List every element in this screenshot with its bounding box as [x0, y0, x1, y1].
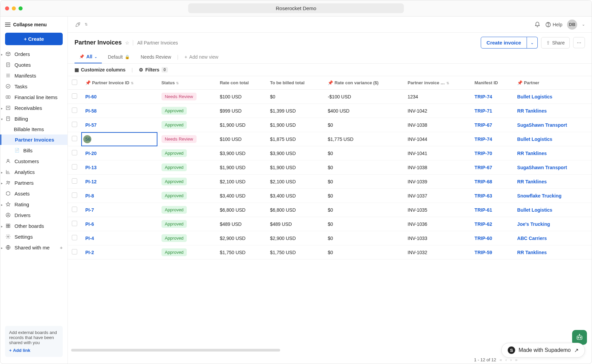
partner-link[interactable]: ABC Carriers [517, 236, 547, 241]
invoice-id-link[interactable]: PI-60 [85, 94, 96, 99]
breadcrumb-sort-icon[interactable]: ⇅ [85, 22, 88, 27]
sidebar-item-quotes[interactable]: Quotes [0, 59, 67, 70]
view-tab-needs-review[interactable]: Needs Review [136, 51, 176, 63]
select-all-checkbox[interactable] [72, 80, 77, 85]
sidebar-item-other-boards[interactable]: ▸Other boards [0, 220, 67, 231]
sidebar-item-manifests[interactable]: Manifests [0, 70, 67, 81]
horizontal-scrollbar[interactable] [71, 349, 280, 352]
table-row[interactable]: PI-6Approved$489 USD$489 USD$0INV-1036TR… [68, 217, 592, 231]
row-checkbox[interactable] [72, 249, 77, 254]
table-row[interactable]: PI-60Needs Review$100 USD$0-$100 USD1234… [68, 90, 592, 104]
sidebar-item-partner-invoices[interactable]: Partner Invoices [0, 134, 67, 145]
close-window[interactable] [5, 6, 9, 10]
bell-icon[interactable] [534, 22, 540, 28]
invoice-id-link[interactable]: PI-6 [85, 221, 94, 227]
row-checkbox[interactable] [72, 136, 77, 141]
plus-icon[interactable]: + [60, 245, 63, 250]
column-header[interactable]: 📌Partner Invoice ID⇅ [81, 76, 157, 90]
create-invoice-button[interactable]: Create invoice [481, 37, 527, 49]
pager-prev[interactable]: ‹ [505, 357, 507, 362]
maximize-window[interactable] [19, 6, 23, 10]
sidebar-item-receivables[interactable]: ▸Receivables [0, 102, 67, 113]
manifest-id-link[interactable]: TRIP-71 [475, 108, 492, 114]
view-tab-all[interactable]: 📌 All ⌄ [75, 51, 102, 63]
more-button[interactable]: ⋯ [573, 37, 585, 48]
partner-link[interactable]: RR Tanklines [517, 250, 547, 255]
sidebar-item-bills[interactable]: 📄Bills [0, 145, 67, 156]
column-header[interactable]: Manifest ID [471, 76, 513, 90]
column-header[interactable]: 📌Partner [513, 76, 592, 90]
sidebar-item-shared-with-me[interactable]: ▸Shared with me+ [0, 242, 67, 253]
partner-link[interactable]: Joe's Trucking [517, 221, 550, 227]
sidebar-item-orders[interactable]: ▸Orders [0, 49, 67, 59]
table-row[interactable]: PI-2Approved$1,750 USD$1,750 USD$0INV-10… [68, 245, 592, 260]
create-invoice-dropdown[interactable]: ⌄ [527, 37, 538, 49]
invoice-id-link[interactable]: PI-4 [85, 236, 94, 241]
invoice-id-link[interactable]: PI-12 [85, 179, 96, 184]
invoice-id-link[interactable]: PI-2 [85, 250, 94, 255]
row-checkbox[interactable] [72, 235, 77, 240]
table-row[interactable]: PI-7Approved$6,800 USD$6,800 USD$0INV-10… [68, 203, 592, 217]
row-checkbox[interactable] [72, 93, 77, 99]
manifest-id-link[interactable]: TRIP-63 [475, 193, 492, 199]
sidebar-item-billable-items[interactable]: Billable Items [0, 124, 67, 134]
row-checkbox[interactable] [72, 192, 77, 198]
collapse-menu[interactable]: Collapse menu [0, 20, 67, 29]
partner-link[interactable]: Bullet Logistics [517, 136, 552, 142]
partner-link[interactable]: SugaShawn Transport [517, 122, 567, 128]
invoice-id-link[interactable]: PI-13 [85, 165, 96, 170]
view-tab-default[interactable]: Default 🔒 [103, 51, 135, 63]
manifest-id-link[interactable]: TRIP-74 [475, 94, 492, 99]
table-row[interactable]: PI-13Approved$1,900 USD$1,900 USD$0INV-1… [68, 160, 592, 175]
pager-first[interactable]: « [500, 357, 502, 362]
partner-link[interactable]: Bullet Logistics [517, 207, 552, 213]
invoice-id-link[interactable]: PI-8 [85, 193, 94, 199]
invoice-id-link[interactable]: PI-57 [85, 122, 96, 128]
manifest-id-link[interactable]: TRIP-67 [475, 165, 492, 170]
sidebar-item-partners[interactable]: ▸Partners [0, 177, 67, 188]
row-checkbox[interactable] [72, 164, 77, 170]
table-wrap[interactable]: 📌Partner Invoice ID⇅Status⇅Rate con tota… [68, 76, 592, 364]
create-button[interactable]: + Create [5, 33, 63, 45]
table-row[interactable]: PI-58Approved$999 USD$1,399 USD$400 USDI… [68, 104, 592, 118]
partner-link[interactable]: SugaShawn Transport [517, 165, 567, 170]
invoice-id-link[interactable]: PI-58 [85, 108, 96, 114]
filters-button[interactable]: ⚙ Filters 0 [139, 67, 168, 72]
sidebar-item-settings[interactable]: Settings [0, 231, 67, 242]
sidebar-item-billing[interactable]: ▾Billing [0, 113, 67, 124]
customize-columns-button[interactable]: ▦ Customize columns [75, 67, 125, 72]
sidebar-item-drivers[interactable]: Drivers [0, 210, 67, 220]
invoice-id-link[interactable]: PI-20 [85, 151, 96, 156]
table-row[interactable]: PI-20Approved$3,900 USD$3,900 USD$0INV-1… [68, 146, 592, 160]
row-checkbox[interactable] [72, 178, 77, 184]
manifest-id-link[interactable]: TRIP-70 [475, 151, 492, 156]
pager-last[interactable]: » [515, 357, 517, 362]
sidebar-item-assets[interactable]: Assets [0, 188, 67, 199]
supademo-badge[interactable]: S Made with Supademo ↗ [501, 343, 585, 358]
sidebar-item-financial-line-items[interactable]: Financial line items [0, 92, 67, 102]
partner-link[interactable]: RR Tanklines [517, 151, 547, 156]
minimize-window[interactable] [12, 6, 16, 10]
manifest-id-link[interactable]: TRIP-67 [475, 122, 492, 128]
table-row[interactable]: 56Needs Review$100 USD$1,875 USD$1,775 U… [68, 132, 592, 146]
avatar[interactable]: DB [567, 20, 577, 30]
pager-next[interactable]: › [510, 357, 511, 362]
row-checkbox[interactable] [72, 122, 77, 127]
sidebar-item-customers[interactable]: Customers [0, 156, 67, 166]
add-link[interactable]: + Add link [9, 348, 59, 353]
help-button[interactable]: Help [545, 22, 562, 28]
partner-link[interactable]: RR Tanklines [517, 179, 547, 184]
star-icon[interactable]: ☆ [125, 40, 129, 46]
manifest-id-link[interactable]: TRIP-74 [475, 136, 492, 142]
column-header[interactable]: Status⇅ [157, 76, 216, 90]
sidebar-item-tasks[interactable]: Tasks [0, 81, 67, 92]
manifest-id-link[interactable]: TRIP-60 [475, 236, 492, 241]
row-checkbox[interactable] [72, 221, 77, 226]
invoice-id-link[interactable]: PI-7 [85, 207, 94, 213]
row-checkbox[interactable] [72, 207, 77, 212]
column-header[interactable]: Rate con total [216, 76, 266, 90]
manifest-id-link[interactable]: TRIP-59 [475, 250, 492, 255]
column-header[interactable]: Partner invoice …⇅ [404, 76, 471, 90]
partner-link[interactable]: Bullet Logistics [517, 94, 552, 99]
row-checkbox[interactable] [72, 108, 77, 113]
